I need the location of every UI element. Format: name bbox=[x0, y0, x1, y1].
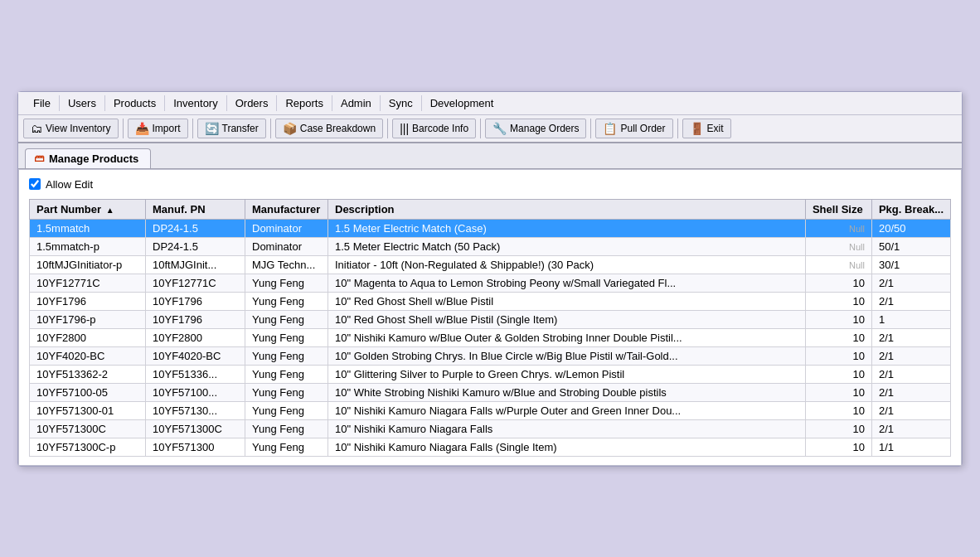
cell-manufacturer: Dominator bbox=[245, 237, 328, 255]
col-header-description[interactable]: Description bbox=[328, 199, 806, 219]
cell-manufacturer: MJG Techn... bbox=[245, 255, 328, 274]
cell-shell-size: 10 bbox=[805, 292, 871, 310]
toolbar-icon-manage-orders: 🔧 bbox=[492, 122, 507, 135]
toolbar-sep-5 bbox=[480, 119, 481, 138]
cell-manufacturer: Yung Feng bbox=[245, 438, 328, 456]
cell-manufacturer: Yung Feng bbox=[245, 365, 328, 383]
cell-pkg-break: 2/1 bbox=[871, 383, 950, 401]
col-header-manuf-pn[interactable]: Manuf. PN bbox=[146, 199, 245, 219]
toolbar-icon-pull-order: 📋 bbox=[603, 122, 617, 135]
allow-edit-checkbox[interactable] bbox=[29, 178, 41, 190]
cell-description: 10" White Strobing Nishiki Kamuro w/Blue… bbox=[328, 383, 806, 401]
cell-manufacturer: Yung Feng bbox=[245, 274, 328, 292]
cell-manuf-pn: 10YF4020-BC bbox=[146, 346, 245, 365]
toolbar-btn-barcode-info[interactable]: |||Barcode Info bbox=[392, 119, 476, 138]
toolbar: 🗂View Inventory📥Import🔄Transfer📦Case Bre… bbox=[18, 115, 962, 143]
toolbar-btn-transfer[interactable]: 🔄Transfer bbox=[197, 119, 266, 138]
table-row[interactable]: 1.5mmatch-pDP24-1.5Dominator1.5 Meter El… bbox=[30, 237, 951, 255]
toolbar-btn-import[interactable]: 📥Import bbox=[128, 119, 188, 138]
menubar-item-file[interactable]: File bbox=[25, 95, 60, 111]
table-row[interactable]: 10YF571300C10YF571300CYung Feng10" Nishi… bbox=[30, 419, 951, 438]
cell-shell-size: 10 bbox=[805, 346, 871, 365]
cell-description: 10" Nishiki Kamuro Niagara Falls w/Purpl… bbox=[328, 401, 806, 419]
cell-part-number: 10YF12771C bbox=[30, 274, 146, 292]
cell-part-number: 10YF1796 bbox=[30, 292, 146, 310]
cell-description: 10" Nishiki Kamuro Niagara Falls bbox=[328, 419, 806, 438]
cell-manuf-pn: 10YF571300 bbox=[146, 438, 245, 456]
cell-pkg-break: 2/1 bbox=[871, 292, 950, 310]
table-row[interactable]: 10YF57100-0510YF57100...Yung Feng10" Whi… bbox=[30, 383, 951, 401]
cell-pkg-break: 1/1 bbox=[871, 438, 950, 456]
table-header: Part Number ▲ Manuf. PN Manufacturer Des… bbox=[30, 199, 951, 219]
cell-pkg-break: 30/1 bbox=[871, 255, 950, 274]
toolbar-label-transfer: Transfer bbox=[222, 123, 259, 134]
col-header-shell-size[interactable]: Shell Size bbox=[805, 199, 871, 219]
cell-description: 10" Nishiki Kamuro Niagara Falls (Single… bbox=[328, 438, 806, 456]
toolbar-label-pull-order: Pull Order bbox=[620, 123, 665, 134]
cell-pkg-break: 20/50 bbox=[871, 219, 950, 237]
tab-label: Manage Products bbox=[49, 153, 138, 165]
table-row[interactable]: 1.5mmatchDP24-1.5Dominator1.5 Meter Elec… bbox=[30, 219, 951, 237]
toolbar-icon-barcode-info: ||| bbox=[400, 122, 409, 135]
cell-manufacturer: Yung Feng bbox=[245, 292, 328, 310]
table-row[interactable]: 10YF571300-0110YF57130...Yung Feng10" Ni… bbox=[30, 401, 951, 419]
cell-manufacturer: Yung Feng bbox=[245, 401, 328, 419]
toolbar-label-case-breakdown: Case Breakdown bbox=[300, 123, 376, 134]
table-body: 1.5mmatchDP24-1.5Dominator1.5 Meter Elec… bbox=[30, 219, 951, 456]
cell-shell-size: Null bbox=[805, 255, 871, 274]
cell-manufacturer: Yung Feng bbox=[245, 328, 328, 346]
cell-part-number: 10YF513362-2 bbox=[30, 365, 146, 383]
main-window: FileUsersProductsInventoryOrdersReportsA… bbox=[17, 91, 963, 467]
cell-pkg-break: 50/1 bbox=[871, 237, 950, 255]
cell-part-number: 10YF571300C-p bbox=[30, 438, 146, 456]
toolbar-sep-7 bbox=[677, 119, 678, 138]
menubar-item-development[interactable]: Development bbox=[422, 95, 502, 111]
menubar-item-reports[interactable]: Reports bbox=[277, 95, 332, 111]
cell-description: 10" Golden Strobing Chrys. In Blue Circl… bbox=[328, 346, 806, 365]
toolbar-label-import: Import bbox=[153, 123, 181, 134]
cell-part-number: 10YF4020-BC bbox=[30, 346, 146, 365]
toolbar-icon-case-breakdown: 📦 bbox=[283, 122, 297, 135]
toolbar-btn-view-inventory[interactable]: 🗂View Inventory bbox=[23, 119, 119, 138]
menubar-item-orders[interactable]: Orders bbox=[227, 95, 278, 111]
table-row[interactable]: 10YF513362-210YF51336...Yung Feng10" Gli… bbox=[30, 365, 951, 383]
menubar-item-inventory[interactable]: Inventory bbox=[165, 95, 226, 111]
tab-icon: 🗃 bbox=[34, 153, 44, 164]
menubar-item-products[interactable]: Products bbox=[105, 95, 165, 111]
table-row[interactable]: 10YF1796-p10YF1796Yung Feng10" Red Ghost… bbox=[30, 310, 951, 328]
toolbar-icon-view-inventory: 🗂 bbox=[31, 122, 42, 135]
table-row[interactable]: 10YF280010YF2800Yung Feng10" Nishiki Kam… bbox=[30, 328, 951, 346]
col-header-manufacturer[interactable]: Manufacturer bbox=[245, 199, 328, 219]
cell-manuf-pn: 10YF51336... bbox=[146, 365, 245, 383]
table-row[interactable]: 10ftMJGInitiator-p10ftMJGInit...MJG Tech… bbox=[30, 255, 951, 274]
manage-products-tab[interactable]: 🗃 Manage Products bbox=[25, 148, 151, 168]
table-row[interactable]: 10YF571300C-p10YF571300Yung Feng10" Nish… bbox=[30, 438, 951, 456]
menubar-item-admin[interactable]: Admin bbox=[332, 95, 381, 111]
toolbar-btn-manage-orders[interactable]: 🔧Manage Orders bbox=[485, 119, 586, 138]
menubar-item-sync[interactable]: Sync bbox=[381, 95, 422, 111]
cell-pkg-break: 2/1 bbox=[871, 274, 950, 292]
toolbar-btn-case-breakdown[interactable]: 📦Case Breakdown bbox=[275, 119, 383, 138]
table-row[interactable]: 10YF4020-BC10YF4020-BCYung Feng10" Golde… bbox=[30, 346, 951, 365]
col-header-part-number[interactable]: Part Number ▲ bbox=[30, 199, 146, 219]
cell-description: 10" Red Ghost Shell w/Blue Pistil bbox=[328, 292, 806, 310]
cell-description: 10" Magenta to Aqua to Lemon Strobing Pe… bbox=[328, 274, 806, 292]
cell-part-number: 1.5mmatch bbox=[30, 219, 146, 237]
cell-manuf-pn: 10YF1796 bbox=[146, 310, 245, 328]
cell-description: 10" Nishiki Kamuro w/Blue Outer & Golden… bbox=[328, 328, 806, 346]
cell-manufacturer: Yung Feng bbox=[245, 419, 328, 438]
cell-manuf-pn: 10YF57130... bbox=[146, 401, 245, 419]
toolbar-icon-transfer: 🔄 bbox=[205, 122, 219, 135]
cell-manuf-pn: DP24-1.5 bbox=[146, 237, 245, 255]
menubar-item-users[interactable]: Users bbox=[60, 95, 105, 111]
cell-manuf-pn: 10YF571300C bbox=[146, 419, 245, 438]
col-header-pkg-break[interactable]: Pkg. Break... bbox=[871, 199, 950, 219]
table-row[interactable]: 10YF12771C10YF12771CYung Feng10" Magenta… bbox=[30, 274, 951, 292]
toolbar-btn-pull-order[interactable]: 📋Pull Order bbox=[595, 119, 672, 138]
allow-edit-row: Allow Edit bbox=[29, 178, 951, 191]
cell-part-number: 10YF571300-01 bbox=[30, 401, 146, 419]
toolbar-sep-1 bbox=[123, 119, 124, 138]
table-row[interactable]: 10YF179610YF1796Yung Feng10" Red Ghost S… bbox=[30, 292, 951, 310]
cell-pkg-break: 2/1 bbox=[871, 365, 950, 383]
toolbar-btn-exit[interactable]: 🚪Exit bbox=[682, 119, 731, 138]
